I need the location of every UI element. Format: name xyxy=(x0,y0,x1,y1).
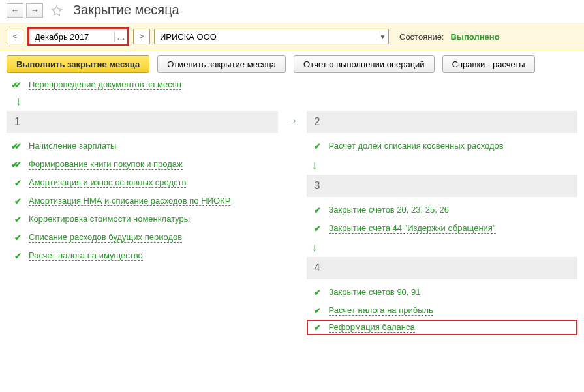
organization-field[interactable]: ▼ xyxy=(154,29,389,44)
op-link-depreciation-fixed[interactable]: Амортизация и износ основных средств xyxy=(29,177,186,188)
op-link-deferred-expenses[interactable]: Списание расходов будущих периодов xyxy=(29,232,182,243)
op-row: ✔ Закрытие счетов 90, 91 xyxy=(307,283,578,301)
execution-report-button[interactable]: Отчет о выполнении операций xyxy=(294,55,435,73)
op-row: ✔ Корректировка стоимости номенклатуры xyxy=(7,210,278,228)
action-button-row: Выполнить закрытие месяца Отменить закры… xyxy=(0,50,584,78)
period-select-button[interactable]: … xyxy=(114,32,127,42)
status-label: Состояние: xyxy=(399,32,444,42)
op-row: Начисление зарплаты xyxy=(7,137,278,155)
check-icon: ✔ xyxy=(313,288,322,297)
op-row: ✔ Расчет налога на имущество xyxy=(7,247,278,265)
stage-3-header: 3 xyxy=(307,175,578,197)
organization-dropdown-button[interactable]: ▼ xyxy=(377,33,388,40)
op-row: ✔ Амортизация НМА и списание расходов по… xyxy=(7,192,278,210)
stage-2-header: 2 xyxy=(307,111,578,133)
pre-step-row: Перепроведение документов за месяц xyxy=(0,78,584,93)
check-icon: ✔ xyxy=(13,251,22,261)
op-row: ✔ Амортизация и износ основных средств xyxy=(7,173,278,192)
period-next-button[interactable]: > xyxy=(133,29,150,44)
references-button[interactable]: Справки - расчеты xyxy=(442,55,535,73)
check-icon: ✔ xyxy=(13,233,22,243)
arrow-right-icon: → xyxy=(286,110,298,127)
organization-input[interactable] xyxy=(155,29,377,44)
check-icon: ✔ xyxy=(13,178,22,188)
stage-1-column: 1 Начисление зарплаты Формирование книги… xyxy=(7,111,278,265)
status-value: Выполнено xyxy=(450,32,499,42)
stages-container: 1 Начисление зарплаты Формирование книги… xyxy=(0,111,584,335)
filter-toolbar: < … > ▼ Состояние: Выполнено xyxy=(0,23,584,50)
op-link-depreciation-nma[interactable]: Амортизация НМА и списание расходов по Н… xyxy=(29,196,230,206)
check-icon: ✔ xyxy=(313,306,322,316)
op-row: Формирование книги покупок и продаж xyxy=(7,155,278,173)
op-link-cost-adjustment[interactable]: Корректировка стоимости номенклатуры xyxy=(29,214,190,224)
op-row: ✔ Закрытие счетов 20, 23, 25, 26 xyxy=(307,201,578,219)
nav-back-button[interactable]: ← xyxy=(7,3,23,18)
page-title: Закрытие месяца xyxy=(73,3,179,18)
check-icon: ✔ xyxy=(13,196,22,206)
period-prev-button[interactable]: < xyxy=(7,29,23,44)
check-icon: ✔ xyxy=(313,205,322,215)
execute-closing-button[interactable]: Выполнить закрытие месяца xyxy=(7,55,149,73)
double-check-icon xyxy=(13,160,22,170)
double-check-icon xyxy=(13,80,22,90)
arrow-down-icon: ↓ xyxy=(13,95,22,108)
arrow-down-icon: ↓ xyxy=(309,158,318,172)
double-check-icon xyxy=(13,142,22,151)
flow-arrow-down: ↓ xyxy=(0,93,584,111)
op-link-close-90-91[interactable]: Закрытие счетов 90, 91 xyxy=(329,287,421,297)
op-link-close-20-23-25-26[interactable]: Закрытие счетов 20, 23, 25, 26 xyxy=(329,205,449,215)
op-row: ✔ Списание расходов будущих периодов xyxy=(7,228,278,247)
op-link-book[interactable]: Формирование книги покупок и продаж xyxy=(29,159,183,170)
op-link-close-44[interactable]: Закрытие счета 44 "Издержки обращения" xyxy=(329,223,496,234)
op-row-highlighted: ✔ Реформация баланса xyxy=(307,320,578,335)
op-link-property-tax[interactable]: Расчет налога на имущество xyxy=(29,250,143,261)
op-link-indirect-costs[interactable]: Расчет долей списания косвенных расходов xyxy=(329,141,504,151)
op-link-balance-reformation[interactable]: Реформация баланса xyxy=(329,322,415,333)
period-field[interactable]: … xyxy=(27,27,129,46)
cancel-closing-button[interactable]: Отменить закрытие месяца xyxy=(157,55,286,73)
stage-1-header: 1 xyxy=(7,111,278,133)
right-column: 2 ✔ Расчет долей списания косвенных расх… xyxy=(307,111,578,335)
stage-4-header: 4 xyxy=(307,257,578,279)
op-link-profit-tax[interactable]: Расчет налога на прибыль xyxy=(329,305,433,316)
op-row: ✔ Расчет долей списания косвенных расход… xyxy=(307,137,578,155)
arrow-down-icon: ↓ xyxy=(309,241,318,254)
nav-forward-button[interactable]: → xyxy=(26,3,43,18)
titlebar: ← → Закрытие месяца xyxy=(0,0,584,23)
check-icon: ✔ xyxy=(313,224,322,234)
repost-documents-link[interactable]: Перепроведение документов за месяц xyxy=(29,80,181,90)
check-icon: ✔ xyxy=(13,215,22,224)
op-row: ✔ Расчет налога на прибыль xyxy=(307,301,578,320)
flow-arrow-right: → xyxy=(286,111,299,127)
op-row: ✔ Закрытие счета 44 "Издержки обращения" xyxy=(307,219,578,237)
favorite-star-icon[interactable] xyxy=(50,3,64,18)
op-link-salary[interactable]: Начисление зарплаты xyxy=(29,141,116,151)
check-icon: ✔ xyxy=(313,323,322,333)
check-icon: ✔ xyxy=(313,142,322,151)
period-input[interactable] xyxy=(29,29,114,44)
